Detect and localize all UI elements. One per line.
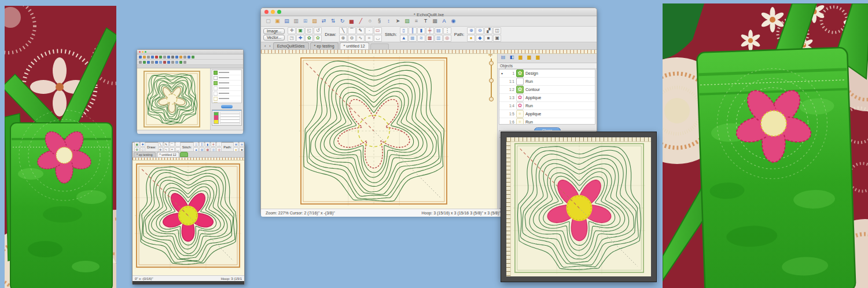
- toolbar-icon[interactable]: [143, 56, 146, 59]
- straighten-tool-icon[interactable]: =: [365, 35, 373, 42]
- toolbar-icon[interactable]: ▦: [199, 147, 204, 152]
- toolbar-icon[interactable]: ▲: [193, 147, 198, 152]
- line-tool-icon[interactable]: ╲: [339, 27, 347, 34]
- text-tool-icon[interactable]: T: [422, 18, 429, 25]
- delete-point-icon[interactable]: ⊖: [476, 27, 484, 34]
- flower-tool-icon[interactable]: ✿: [305, 35, 313, 42]
- selection-handle-bar[interactable]: ✛: [488, 54, 495, 104]
- zoom-in-tool-icon[interactable]: ⊕: [339, 35, 347, 42]
- toolbar-icon[interactable]: [171, 56, 174, 59]
- handle-knob[interactable]: [489, 78, 494, 83]
- point-tool-icon[interactable]: ∙: [365, 27, 373, 34]
- toolbar-icon[interactable]: ✿: [134, 147, 139, 152]
- pick-color-icon[interactable]: ✛: [288, 27, 296, 34]
- leaf-tool-icon[interactable]: ✿: [314, 35, 322, 42]
- toolbar-icon[interactable]: [183, 56, 186, 59]
- flip-vertical-icon[interactable]: ⇅: [329, 18, 337, 25]
- wave-tool-icon[interactable]: ∿: [356, 35, 365, 42]
- vector-button[interactable]: Vector...: [263, 35, 285, 41]
- thread-color-swatch[interactable]: [214, 120, 218, 123]
- picture-icon[interactable]: ▨: [403, 18, 411, 25]
- toolbar-icon[interactable]: [171, 61, 174, 64]
- toolbar-icon[interactable]: [147, 61, 150, 64]
- join-path-icon[interactable]: ◫: [493, 27, 501, 34]
- handle-knob[interactable]: [489, 61, 494, 65]
- object-row[interactable]: ▾1✿Design: [499, 70, 595, 78]
- lock-node-icon[interactable]: ●: [467, 35, 475, 42]
- view-picture-icon[interactable]: ▣: [296, 27, 304, 34]
- triple-stitch-icon[interactable]: ▮: [417, 27, 425, 34]
- toolbar-icon[interactable]: ●: [233, 147, 238, 152]
- open-file-icon[interactable]: ▣: [274, 18, 281, 25]
- basket-icon[interactable]: ▆: [526, 54, 532, 60]
- globe-icon[interactable]: ◉: [450, 18, 457, 25]
- toolbar-icon[interactable]: [192, 56, 194, 59]
- paperclip-icon[interactable]: §: [376, 18, 383, 25]
- letter-a-icon[interactable]: A: [440, 18, 448, 25]
- zoom-tool-icon[interactable]: ○: [366, 18, 374, 25]
- toolbar-icon[interactable]: [175, 56, 178, 59]
- draw-line-icon[interactable]: ╱: [357, 18, 365, 25]
- close-icon[interactable]: [139, 51, 141, 53]
- object-row[interactable]: 1:3✿Applique: [499, 94, 595, 102]
- freehand-tool-icon[interactable]: ✎: [356, 27, 365, 34]
- toolbar-icon[interactable]: ╲: [158, 142, 163, 147]
- tab-back-arrow[interactable]: ‹: [263, 43, 267, 49]
- toolbar-icon[interactable]: ■: [239, 147, 244, 152]
- toolbar-icon[interactable]: [139, 56, 142, 59]
- applique-stitch-icon[interactable]: ▲: [400, 35, 408, 42]
- satin-line-icon[interactable]: ╪: [426, 27, 434, 34]
- toolbar-icon[interactable]: ⊖: [239, 142, 244, 147]
- tab-ep-testing[interactable]: * ep testing: [134, 152, 156, 157]
- toolbar-icon[interactable]: ⊕: [158, 147, 163, 152]
- double-stitch-icon[interactable]: ║: [409, 27, 417, 34]
- toolbar-icon[interactable]: [155, 56, 158, 59]
- fade-picture-icon[interactable]: ◱: [305, 27, 313, 34]
- break-path-icon[interactable]: ▞: [484, 27, 492, 34]
- toolbar-icon[interactable]: ∿: [164, 147, 169, 152]
- toolbar-icon[interactable]: [143, 61, 146, 64]
- object-row[interactable]: [212, 86, 241, 91]
- toolbar-icon[interactable]: ▣: [134, 142, 139, 147]
- pointer-icon[interactable]: ➤: [394, 18, 402, 25]
- tab-ep-testing[interactable]: * ep testing: [310, 42, 339, 49]
- rotate-left-icon[interactable]: ↺: [314, 27, 322, 34]
- toolbar-icon[interactable]: [155, 61, 158, 64]
- corner-node-icon[interactable]: ■: [484, 35, 492, 42]
- toolbar-icon[interactable]: [167, 61, 170, 64]
- toolbar-icon[interactable]: [167, 56, 170, 59]
- smooth-node-icon[interactable]: ◆: [476, 35, 484, 42]
- measure-icon[interactable]: ≡: [413, 18, 420, 25]
- title-bar[interactable]: * EchoQuilt.lxe: [261, 8, 597, 16]
- toolbar-icon[interactable]: [159, 61, 162, 64]
- zoom-icon[interactable]: [145, 51, 146, 53]
- object-row[interactable]: 1:1Run: [499, 78, 595, 86]
- zoom-out-tool-icon[interactable]: ⊖: [348, 35, 356, 42]
- toolbar-icon[interactable]: [179, 61, 182, 64]
- toolbar-icon[interactable]: ╪: [211, 142, 216, 147]
- object-row[interactable]: 1:6●Run: [499, 118, 595, 125]
- toolbar-icon[interactable]: [187, 56, 190, 59]
- mini2-design-canvas[interactable]: [133, 161, 244, 275]
- contour-fill-icon[interactable]: ▥: [435, 35, 443, 42]
- toolbar-icon[interactable]: =: [170, 147, 175, 152]
- design-player-icon[interactable]: ◧: [509, 54, 515, 60]
- toolbar-icon[interactable]: [151, 56, 154, 59]
- curve-tool-icon[interactable]: ⌒: [348, 27, 356, 34]
- object-row[interactable]: [212, 101, 241, 103]
- eraser-tool-icon[interactable]: ▭: [374, 27, 382, 34]
- toolbar-icon[interactable]: ◎: [216, 147, 222, 152]
- print-icon[interactable]: ▥: [292, 18, 300, 25]
- object-row[interactable]: [212, 91, 241, 96]
- lock-icon[interactable]: ▆: [517, 54, 524, 60]
- flip-horizontal-icon[interactable]: ⇄: [320, 18, 328, 25]
- smooth-tool-icon[interactable]: ◡: [374, 35, 382, 42]
- insert-point-icon[interactable]: ⊕: [467, 27, 475, 34]
- object-row[interactable]: 1:5●Applique: [499, 110, 595, 118]
- fill-area-icon[interactable]: ▦: [409, 35, 417, 42]
- close-icon[interactable]: [264, 10, 269, 14]
- object-row[interactable]: [212, 96, 241, 101]
- tab-untitled-12[interactable]: * untitled 12: [157, 152, 179, 157]
- toolbar-icon[interactable]: ∙: [175, 142, 181, 147]
- minimize-icon[interactable]: [271, 10, 275, 14]
